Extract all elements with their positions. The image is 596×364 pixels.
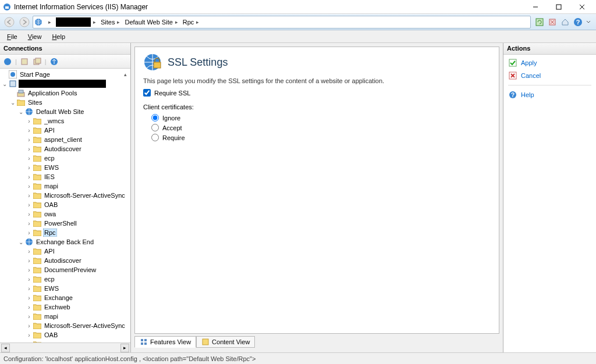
tree-item-mapi[interactable]: ›mapi (0, 181, 130, 191)
minimize-button[interactable] (524, 1, 547, 13)
action-help[interactable]: ? Help (508, 90, 591, 99)
up-level-icon[interactable] (49, 56, 59, 67)
tree-item-_wmcs[interactable]: ›_wmcs (0, 116, 130, 126)
expander-icon[interactable]: › (26, 118, 33, 124)
tree-server[interactable]: ⌄ (0, 79, 130, 88)
radio-accept[interactable] (151, 124, 159, 131)
tree-item-ews[interactable]: ›EWS (0, 284, 130, 293)
stop-icon[interactable] (547, 17, 558, 27)
tree-item-oab[interactable]: ›OAB (0, 200, 130, 209)
scroll-up-icon[interactable]: ▴ (124, 72, 127, 77)
breadcrumb-seg-default[interactable]: Default Web Site▸ (122, 16, 180, 28)
expander-icon[interactable]: › (26, 165, 33, 171)
scroll-left-icon[interactable]: ◂ (1, 344, 10, 352)
radio-require-row[interactable]: Require (151, 134, 491, 141)
radio-ignore[interactable] (151, 114, 159, 122)
tab-features-view[interactable]: Features View (134, 336, 196, 348)
tree-default-site[interactable]: ⌄ Default Web Site (0, 107, 130, 116)
breadcrumb-seg-server[interactable]: ▸ (44, 16, 54, 28)
expander-icon[interactable]: › (26, 174, 33, 180)
back-button[interactable] (2, 16, 16, 28)
tab-content-view[interactable]: Content View (196, 336, 255, 348)
expander-icon[interactable]: › (26, 323, 33, 329)
menu-file[interactable]: File (2, 32, 22, 41)
breadcrumb[interactable]: ▸ ▸ Sites▸ Default Web Site▸ Rpc▸ (33, 16, 531, 28)
tree-item-microsoft-server-activesync[interactable]: ›Microsoft-Server-ActiveSync (0, 321, 130, 330)
require-ssl-checkbox-row[interactable]: Require SSL (143, 89, 491, 97)
tree-item-exchange[interactable]: ›Exchange (0, 293, 130, 302)
tree-item-documentpreview[interactable]: ›DocumentPreview (0, 265, 130, 274)
tree-sites[interactable]: ⌄ Sites (0, 98, 130, 107)
radio-require[interactable] (151, 134, 159, 141)
tree-item-autodiscover[interactable]: ›Autodiscover (0, 144, 130, 154)
tree-item-microsoft-server-activesync[interactable]: ›Microsoft-Server-ActiveSync (0, 191, 130, 200)
radio-ignore-row[interactable]: Ignore (151, 114, 491, 122)
tree-hscrollbar[interactable]: ◂ ▸ (0, 342, 130, 352)
require-ssl-checkbox[interactable] (143, 89, 151, 97)
expander-icon[interactable]: › (26, 341, 33, 343)
tree-item-exchweb[interactable]: ›Exchweb (0, 302, 130, 312)
expander-icon[interactable]: › (26, 276, 33, 283)
radio-accept-row[interactable]: Accept (151, 124, 491, 131)
breadcrumb-seg-sites[interactable]: Sites▸ (98, 16, 122, 28)
expander-icon[interactable]: › (26, 146, 33, 152)
expander-icon[interactable]: › (26, 248, 33, 255)
maximize-button[interactable] (547, 1, 570, 13)
menu-help[interactable]: Help (47, 32, 70, 41)
expander-icon[interactable]: ⌄ (1, 81, 8, 87)
tree-item-ews[interactable]: ›EWS (0, 163, 130, 172)
expander-icon[interactable]: › (26, 137, 33, 143)
expander-icon[interactable]: › (26, 267, 33, 273)
tree-item-owa[interactable]: ›owa (0, 209, 130, 219)
expander-icon[interactable]: › (26, 202, 33, 208)
expander-icon[interactable]: ⌄ (17, 239, 24, 245)
tree-item-rpc[interactable]: ›Rpc (0, 228, 130, 237)
expander-icon[interactable]: › (26, 304, 33, 311)
tree-item-mapi[interactable]: ›mapi (0, 312, 130, 321)
tree-item-owa[interactable]: ›owa (0, 340, 130, 342)
action-apply[interactable]: Apply (508, 58, 591, 67)
expander-icon[interactable]: › (26, 230, 33, 236)
expander-icon[interactable]: › (26, 127, 33, 134)
tree-item-aspnet_client[interactable]: ›aspnet_client (0, 135, 130, 144)
expander-icon[interactable]: › (26, 332, 33, 338)
breadcrumb-seg-redacted[interactable]: ▸ (54, 16, 98, 28)
expander-icon[interactable]: › (26, 313, 33, 320)
expander-icon[interactable]: › (26, 192, 33, 199)
expander-icon[interactable]: › (26, 258, 33, 264)
tree-start-page[interactable]: Start Page ▴ (0, 70, 130, 79)
menu-view[interactable]: View (23, 32, 47, 41)
scroll-right-icon[interactable]: ▸ (120, 344, 129, 352)
connections-tree[interactable]: Start Page ▴ ⌄ Application Pools ⌄ Sites (0, 69, 130, 342)
home-icon[interactable] (560, 17, 570, 27)
expander-icon[interactable]: › (26, 295, 33, 301)
save-all-icon[interactable] (32, 56, 42, 67)
tree-item-api[interactable]: ›API (0, 247, 130, 256)
tree-item-ecp[interactable]: ›ecp (0, 274, 130, 284)
tree-exchange-site[interactable]: ⌄ Exchange Back End (0, 237, 130, 247)
action-cancel[interactable]: Cancel (508, 71, 591, 80)
tree-item-autodiscover[interactable]: ›Autodiscover (0, 256, 130, 265)
expander-icon[interactable]: › (26, 155, 33, 162)
tree-item-ecp[interactable]: ›ecp (0, 154, 130, 163)
help-dropdown-icon[interactable] (586, 17, 591, 27)
save-icon[interactable] (19, 56, 30, 67)
tree-item-api[interactable]: ›API (0, 126, 130, 135)
tree-item-oab[interactable]: ›OAB (0, 330, 130, 340)
expander-icon[interactable]: › (26, 183, 33, 190)
help-icon[interactable]: ? (573, 17, 583, 27)
expander-icon[interactable]: › (26, 220, 33, 227)
close-button[interactable] (570, 1, 594, 13)
tree-item-powershell[interactable]: ›PowerShell (0, 219, 130, 228)
tree-app-pools[interactable]: Application Pools (0, 88, 130, 98)
tree-item-ies[interactable]: ›IES (0, 172, 130, 181)
expander-icon[interactable]: › (26, 211, 33, 217)
expander-icon[interactable]: ⌄ (9, 99, 16, 106)
expander-icon[interactable]: › (26, 286, 33, 292)
expander-icon[interactable]: ⌄ (17, 109, 24, 115)
folder-icon (33, 340, 42, 342)
refresh-all-icon[interactable] (534, 17, 545, 27)
connect-icon[interactable] (2, 56, 13, 67)
breadcrumb-seg-rpc[interactable]: Rpc▸ (180, 16, 202, 28)
forward-button[interactable] (17, 16, 31, 28)
